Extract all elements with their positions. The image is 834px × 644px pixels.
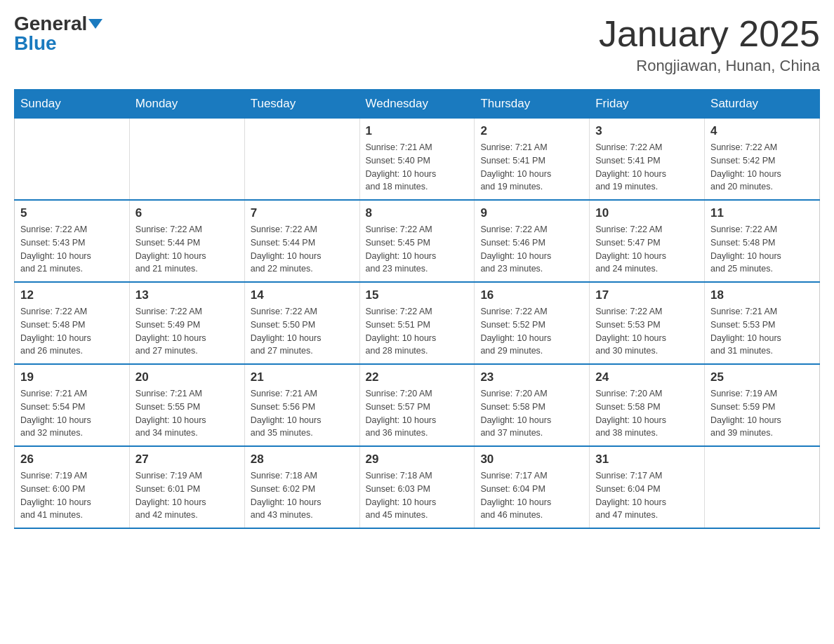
day-number: 31 xyxy=(595,452,699,467)
day-info: Sunrise: 7:18 AMSunset: 6:03 PMDaylight:… xyxy=(366,469,469,522)
day-number: 13 xyxy=(135,288,239,302)
day-number: 15 xyxy=(366,288,469,302)
calendar-cell: 24Sunrise: 7:20 AMSunset: 5:58 PMDayligh… xyxy=(590,364,705,446)
day-number: 22 xyxy=(366,370,469,384)
day-info: Sunrise: 7:22 AMSunset: 5:50 PMDaylight:… xyxy=(251,305,354,358)
calendar-cell: 19Sunrise: 7:21 AMSunset: 5:54 PMDayligh… xyxy=(15,364,130,446)
day-info: Sunrise: 7:19 AMSunset: 5:59 PMDaylight:… xyxy=(710,387,814,440)
day-number: 25 xyxy=(710,370,814,384)
calendar-week-row: 19Sunrise: 7:21 AMSunset: 5:54 PMDayligh… xyxy=(15,364,820,446)
calendar-cell xyxy=(705,446,820,528)
day-info: Sunrise: 7:20 AMSunset: 5:58 PMDaylight:… xyxy=(595,387,699,440)
day-number: 17 xyxy=(595,288,699,302)
day-number: 12 xyxy=(20,288,124,302)
calendar-cell: 11Sunrise: 7:22 AMSunset: 5:48 PMDayligh… xyxy=(705,200,820,282)
day-number: 23 xyxy=(480,370,583,384)
day-number: 16 xyxy=(480,288,583,302)
calendar-cell: 20Sunrise: 7:21 AMSunset: 5:55 PMDayligh… xyxy=(129,364,244,446)
calendar-cell: 13Sunrise: 7:22 AMSunset: 5:49 PMDayligh… xyxy=(129,282,244,364)
day-number: 28 xyxy=(251,452,354,467)
day-info: Sunrise: 7:22 AMSunset: 5:53 PMDaylight:… xyxy=(595,305,699,358)
calendar-cell xyxy=(129,119,244,201)
calendar-cell: 2Sunrise: 7:21 AMSunset: 5:41 PMDaylight… xyxy=(475,119,590,201)
calendar-cell: 23Sunrise: 7:20 AMSunset: 5:58 PMDayligh… xyxy=(475,364,590,446)
day-info: Sunrise: 7:22 AMSunset: 5:48 PMDaylight:… xyxy=(20,305,124,358)
day-info: Sunrise: 7:22 AMSunset: 5:43 PMDaylight:… xyxy=(20,223,124,276)
day-number: 18 xyxy=(710,288,814,302)
day-number: 20 xyxy=(135,370,239,384)
day-number: 19 xyxy=(20,370,124,384)
calendar-cell: 8Sunrise: 7:22 AMSunset: 5:45 PMDaylight… xyxy=(359,200,475,282)
day-info: Sunrise: 7:22 AMSunset: 5:42 PMDaylight:… xyxy=(710,141,814,194)
day-info: Sunrise: 7:22 AMSunset: 5:45 PMDaylight:… xyxy=(366,223,469,276)
day-info: Sunrise: 7:22 AMSunset: 5:51 PMDaylight:… xyxy=(366,305,469,358)
calendar-subtitle: Rongjiawan, Hunan, China xyxy=(599,57,820,75)
calendar-cell: 18Sunrise: 7:21 AMSunset: 5:53 PMDayligh… xyxy=(705,282,820,364)
logo: General Blue xyxy=(14,14,102,53)
day-info: Sunrise: 7:18 AMSunset: 6:02 PMDaylight:… xyxy=(251,469,354,522)
day-info: Sunrise: 7:22 AMSunset: 5:49 PMDaylight:… xyxy=(135,305,239,358)
calendar-cell: 22Sunrise: 7:20 AMSunset: 5:57 PMDayligh… xyxy=(359,364,475,446)
calendar-table: SundayMondayTuesdayWednesdayThursdayFrid… xyxy=(14,89,820,529)
calendar-cell: 15Sunrise: 7:22 AMSunset: 5:51 PMDayligh… xyxy=(359,282,475,364)
day-number: 29 xyxy=(366,452,469,467)
calendar-week-row: 12Sunrise: 7:22 AMSunset: 5:48 PMDayligh… xyxy=(15,282,820,364)
day-number: 4 xyxy=(710,124,814,138)
day-info: Sunrise: 7:21 AMSunset: 5:54 PMDaylight:… xyxy=(20,387,124,440)
calendar-week-row: 5Sunrise: 7:22 AMSunset: 5:43 PMDaylight… xyxy=(15,200,820,282)
page-header: General Blue January 2025 Rongjiawan, Hu… xyxy=(14,14,820,75)
calendar-header-row: SundayMondayTuesdayWednesdayThursdayFrid… xyxy=(15,90,820,119)
logo-blue-text: Blue xyxy=(14,34,57,53)
calendar-cell: 27Sunrise: 7:19 AMSunset: 6:01 PMDayligh… xyxy=(129,446,244,528)
day-number: 27 xyxy=(135,452,239,467)
calendar-cell: 9Sunrise: 7:22 AMSunset: 5:46 PMDaylight… xyxy=(475,200,590,282)
day-number: 11 xyxy=(710,206,814,220)
day-info: Sunrise: 7:22 AMSunset: 5:44 PMDaylight:… xyxy=(135,223,239,276)
day-number: 5 xyxy=(20,206,124,220)
calendar-cell: 30Sunrise: 7:17 AMSunset: 6:04 PMDayligh… xyxy=(475,446,590,528)
calendar-cell: 5Sunrise: 7:22 AMSunset: 5:43 PMDaylight… xyxy=(15,200,130,282)
calendar-cell: 7Sunrise: 7:22 AMSunset: 5:44 PMDaylight… xyxy=(244,200,359,282)
day-number: 6 xyxy=(135,206,239,220)
logo-general-text: General xyxy=(14,14,87,34)
day-number: 8 xyxy=(366,206,469,220)
day-info: Sunrise: 7:21 AMSunset: 5:56 PMDaylight:… xyxy=(251,387,354,440)
day-number: 21 xyxy=(251,370,354,384)
header-day-friday: Friday xyxy=(590,90,705,119)
calendar-cell: 10Sunrise: 7:22 AMSunset: 5:47 PMDayligh… xyxy=(590,200,705,282)
calendar-cell: 26Sunrise: 7:19 AMSunset: 6:00 PMDayligh… xyxy=(15,446,130,528)
day-info: Sunrise: 7:21 AMSunset: 5:40 PMDaylight:… xyxy=(366,141,469,194)
day-number: 2 xyxy=(480,124,583,138)
header-day-tuesday: Tuesday xyxy=(244,90,359,119)
day-info: Sunrise: 7:19 AMSunset: 6:01 PMDaylight:… xyxy=(135,469,239,522)
calendar-cell: 25Sunrise: 7:19 AMSunset: 5:59 PMDayligh… xyxy=(705,364,820,446)
calendar-cell: 6Sunrise: 7:22 AMSunset: 5:44 PMDaylight… xyxy=(129,200,244,282)
calendar-cell xyxy=(244,119,359,201)
calendar-cell: 28Sunrise: 7:18 AMSunset: 6:02 PMDayligh… xyxy=(244,446,359,528)
day-number: 30 xyxy=(480,452,583,467)
day-info: Sunrise: 7:22 AMSunset: 5:47 PMDaylight:… xyxy=(595,223,699,276)
day-info: Sunrise: 7:19 AMSunset: 6:00 PMDaylight:… xyxy=(20,469,124,522)
calendar-cell: 21Sunrise: 7:21 AMSunset: 5:56 PMDayligh… xyxy=(244,364,359,446)
day-info: Sunrise: 7:17 AMSunset: 6:04 PMDaylight:… xyxy=(480,469,583,522)
day-info: Sunrise: 7:20 AMSunset: 5:57 PMDaylight:… xyxy=(366,387,469,440)
day-number: 1 xyxy=(366,124,469,138)
calendar-cell: 12Sunrise: 7:22 AMSunset: 5:48 PMDayligh… xyxy=(15,282,130,364)
header-day-thursday: Thursday xyxy=(475,90,590,119)
day-number: 10 xyxy=(595,206,699,220)
calendar-cell: 16Sunrise: 7:22 AMSunset: 5:52 PMDayligh… xyxy=(475,282,590,364)
calendar-cell: 31Sunrise: 7:17 AMSunset: 6:04 PMDayligh… xyxy=(590,446,705,528)
header-day-saturday: Saturday xyxy=(705,90,820,119)
day-info: Sunrise: 7:21 AMSunset: 5:55 PMDaylight:… xyxy=(135,387,239,440)
day-info: Sunrise: 7:22 AMSunset: 5:41 PMDaylight:… xyxy=(595,141,699,194)
day-number: 3 xyxy=(595,124,699,138)
day-info: Sunrise: 7:20 AMSunset: 5:58 PMDaylight:… xyxy=(480,387,583,440)
calendar-cell: 14Sunrise: 7:22 AMSunset: 5:50 PMDayligh… xyxy=(244,282,359,364)
calendar-cell: 17Sunrise: 7:22 AMSunset: 5:53 PMDayligh… xyxy=(590,282,705,364)
day-number: 26 xyxy=(20,452,124,467)
calendar-title: January 2025 xyxy=(599,14,820,54)
header-day-sunday: Sunday xyxy=(15,90,130,119)
calendar-cell: 1Sunrise: 7:21 AMSunset: 5:40 PMDaylight… xyxy=(359,119,475,201)
day-info: Sunrise: 7:22 AMSunset: 5:44 PMDaylight:… xyxy=(251,223,354,276)
header-day-monday: Monday xyxy=(129,90,244,119)
